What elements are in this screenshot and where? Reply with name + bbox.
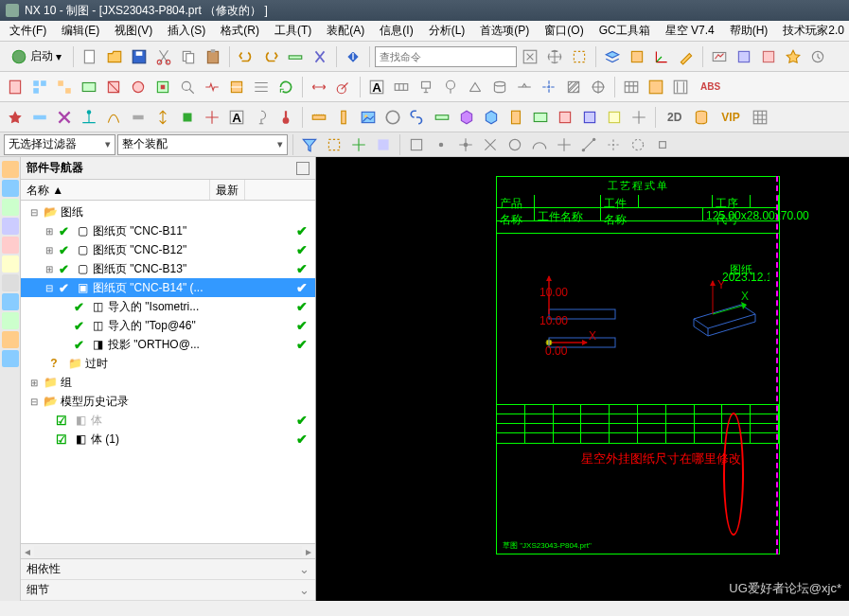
clip-button[interactable] bbox=[626, 45, 648, 68]
section1-icon[interactable] bbox=[102, 76, 125, 98]
edit-icon[interactable] bbox=[675, 45, 698, 68]
sk-vip-button[interactable]: VIP bbox=[715, 106, 746, 129]
section2-icon[interactable] bbox=[127, 76, 150, 98]
crop-icon[interactable] bbox=[225, 76, 248, 98]
zoom-fit-button[interactable] bbox=[519, 45, 541, 68]
dim-radial-icon[interactable] bbox=[332, 76, 355, 98]
menu-view[interactable]: 视图(V) bbox=[109, 21, 158, 41]
assist2-icon[interactable] bbox=[757, 45, 780, 68]
col-latest[interactable]: 最新 bbox=[210, 180, 245, 200]
weld-icon[interactable] bbox=[513, 76, 536, 98]
abs-icon[interactable]: ABS bbox=[694, 76, 727, 98]
nav-assembly-icon[interactable] bbox=[2, 161, 19, 178]
nav-more-icon[interactable] bbox=[2, 350, 19, 367]
sk1-icon[interactable] bbox=[4, 106, 27, 129]
table-icon[interactable] bbox=[620, 76, 643, 98]
open-button[interactable] bbox=[103, 45, 126, 68]
graphics-canvas[interactable]: 工艺程式单 产品名称 工件名称 工序代号 工件名称 125.00x28.00x7… bbox=[316, 157, 849, 601]
sk2-icon[interactable] bbox=[28, 106, 51, 129]
nav-browser-icon[interactable] bbox=[2, 274, 19, 291]
snap4-icon[interactable] bbox=[479, 133, 502, 156]
zone-icon[interactable] bbox=[669, 76, 692, 98]
snap6-icon[interactable] bbox=[528, 133, 551, 156]
sk-tool2-icon[interactable] bbox=[529, 106, 552, 129]
command-search-input[interactable] bbox=[375, 46, 517, 67]
nav-hd3d-icon[interactable] bbox=[2, 255, 19, 273]
sk12-icon[interactable] bbox=[274, 106, 297, 129]
hatch-icon[interactable] bbox=[562, 76, 585, 98]
nav-vis-icon[interactable] bbox=[2, 331, 19, 348]
view3-icon[interactable] bbox=[78, 76, 100, 98]
sheet-new-icon[interactable] bbox=[4, 76, 27, 98]
pan-button[interactable] bbox=[543, 45, 566, 68]
menu-starsky[interactable]: 星空 V7.4 bbox=[660, 21, 720, 41]
section-dependencies[interactable]: 相依性 bbox=[21, 559, 315, 580]
sk5-icon[interactable] bbox=[102, 106, 125, 129]
filter1-icon[interactable] bbox=[298, 133, 321, 156]
menu-insert[interactable]: 插入(S) bbox=[162, 21, 211, 41]
centerline-icon[interactable] bbox=[538, 76, 560, 98]
wcs-button[interactable] bbox=[650, 45, 673, 68]
surface-icon[interactable] bbox=[464, 76, 486, 98]
tree-sheet-cnc-b13[interactable]: ⊞✔ ▢ 图纸页 "CNC-B13"✔ bbox=[21, 259, 315, 278]
snap8-icon[interactable] bbox=[577, 133, 600, 156]
tree-view-ortho[interactable]: ✔ ◨ 投影 "ORTHO@...✔ bbox=[21, 335, 315, 354]
update-icon[interactable] bbox=[274, 76, 297, 98]
snap11-icon[interactable] bbox=[651, 133, 674, 156]
sk6-icon[interactable] bbox=[127, 106, 150, 129]
sk-ruler1-icon[interactable] bbox=[308, 106, 330, 129]
menu-window[interactable]: 窗口(O) bbox=[539, 21, 589, 41]
menu-file[interactable]: 文件(F) bbox=[4, 21, 52, 41]
snap2-icon[interactable] bbox=[430, 133, 452, 156]
nav-history-icon[interactable] bbox=[2, 218, 19, 235]
nav-reuse-icon[interactable] bbox=[2, 199, 19, 216]
measure-button[interactable] bbox=[284, 45, 307, 68]
snap7-icon[interactable] bbox=[553, 133, 575, 156]
sk-tool5-icon[interactable] bbox=[603, 106, 626, 129]
detail-icon[interactable] bbox=[176, 76, 199, 98]
tree-history[interactable]: ⊟ 📂 模型历史记录 bbox=[21, 392, 315, 411]
paste-button[interactable] bbox=[202, 45, 224, 68]
nav-ie-icon[interactable] bbox=[2, 293, 19, 310]
tree-body-1[interactable]: ☑ ◧ 体 (1)✔ bbox=[21, 430, 315, 449]
nav-roles-icon[interactable] bbox=[2, 237, 19, 254]
layer-button[interactable] bbox=[601, 45, 624, 68]
menu-format[interactable]: 格式(R) bbox=[215, 21, 265, 41]
assembly-scope-combo[interactable]: 整个装配 bbox=[117, 134, 288, 155]
datum-icon[interactable] bbox=[415, 76, 437, 98]
sk-image-icon[interactable] bbox=[357, 106, 380, 129]
plot-icon[interactable] bbox=[708, 45, 731, 68]
menu-preferences[interactable]: 首选项(P) bbox=[474, 21, 535, 41]
selection-filter-combo[interactable]: 无选择过滤器 bbox=[4, 134, 115, 155]
gdtol-icon[interactable] bbox=[390, 76, 413, 98]
start-button[interactable]: 启动 ▾ bbox=[4, 45, 68, 68]
snap3-icon[interactable] bbox=[454, 133, 477, 156]
sk-circle-icon[interactable] bbox=[381, 106, 404, 129]
sk8-icon[interactable] bbox=[176, 106, 199, 129]
new-button[interactable] bbox=[79, 45, 101, 68]
view1-icon[interactable] bbox=[28, 76, 51, 98]
tree-view-top46[interactable]: ✔ ◫ 导入的 "Top@46"✔ bbox=[21, 316, 315, 335]
menu-analysis[interactable]: 分析(L) bbox=[423, 21, 471, 41]
section-details[interactable]: 细节 bbox=[21, 580, 315, 601]
break-icon[interactable] bbox=[201, 76, 223, 98]
nav-hscroll[interactable]: ◂▸ bbox=[21, 543, 315, 558]
tree-group[interactable]: ⊞ 📁 组 bbox=[21, 373, 315, 392]
tree-sheet-cnc-b11[interactable]: ⊞✔ ▢ 图纸页 "CNC-B11"✔ bbox=[21, 221, 315, 240]
sk-box2-icon[interactable] bbox=[480, 106, 503, 129]
sk-tool3-icon[interactable] bbox=[554, 106, 576, 129]
menu-assembly[interactable]: 装配(A) bbox=[321, 21, 370, 41]
view2-icon[interactable] bbox=[53, 76, 76, 98]
sk11-icon[interactable] bbox=[250, 106, 273, 129]
hole-icon[interactable] bbox=[488, 76, 511, 98]
balloon-icon[interactable] bbox=[439, 76, 462, 98]
pin-icon[interactable] bbox=[296, 162, 310, 175]
filter3-icon[interactable] bbox=[347, 133, 370, 156]
snap5-icon[interactable] bbox=[504, 133, 526, 156]
redo-button[interactable] bbox=[259, 45, 282, 68]
fit-button[interactable] bbox=[568, 45, 591, 68]
tree-body-dim[interactable]: ☑ ◧ 体 ✔ bbox=[21, 411, 315, 430]
sk-ruler2-icon[interactable] bbox=[332, 106, 355, 129]
sk4-icon[interactable] bbox=[78, 106, 100, 129]
tree-drawings-root[interactable]: ⊟ 📂 图纸 bbox=[21, 202, 315, 221]
